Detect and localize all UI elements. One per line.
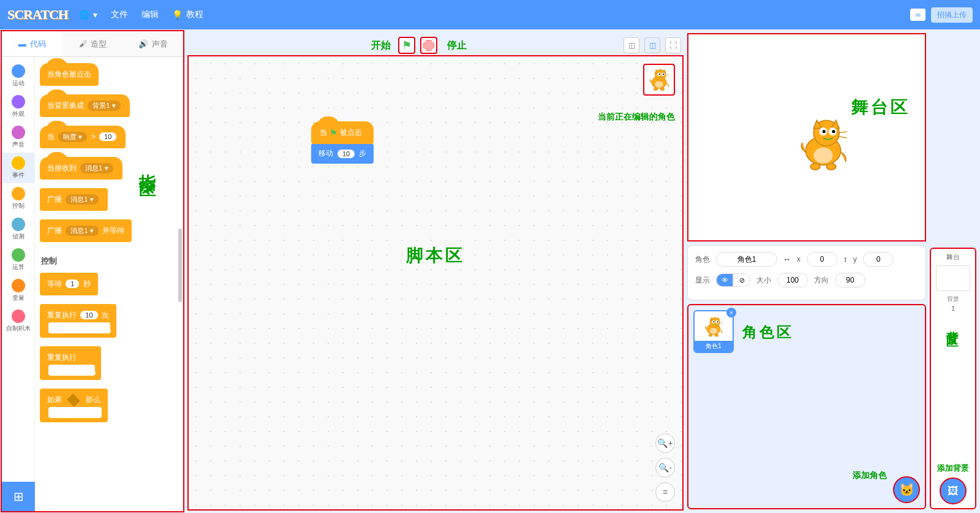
category-变量[interactable]: 变量 xyxy=(2,275,34,306)
direction-input[interactable] xyxy=(835,273,865,287)
y-icon: ↕ xyxy=(843,255,847,264)
input-pill[interactable]: 10 xyxy=(337,150,355,158)
category-label: 侦测 xyxy=(12,232,24,241)
stage-small-button[interactable]: ◫ xyxy=(624,37,639,53)
annotation-stage-area: 舞台区 xyxy=(851,96,910,119)
dropdown[interactable]: 消息1 ▾ xyxy=(66,226,98,236)
category-运算[interactable]: 运算 xyxy=(2,245,34,275)
edit-menu[interactable]: 编辑 xyxy=(141,9,159,20)
x-input[interactable] xyxy=(807,252,837,267)
tab-sounds[interactable]: 🔊声音 xyxy=(123,31,183,56)
blocks-palette[interactable]: 当角色被点击 当背景换成 背景1 ▾ 当 响度 ▾ > 10 当接收到 消息1 … xyxy=(35,57,183,511)
input-pill[interactable]: 10 xyxy=(80,311,97,319)
block-label: 重复执行 xyxy=(47,311,77,319)
add-backdrop-button[interactable]: 🖼 xyxy=(940,477,967,504)
block-when-flag-clicked[interactable]: 当 ⚑ 被点击 xyxy=(311,121,374,144)
hex-slot[interactable] xyxy=(67,393,80,407)
stop-icon xyxy=(423,40,434,51)
add-extension-button[interactable]: ⊞ xyxy=(2,482,35,511)
tutorials-menu[interactable]: 💡 教程 xyxy=(172,9,203,20)
stage-large-button[interactable]: ◫ xyxy=(644,37,660,53)
input-pill[interactable]: 10 xyxy=(99,132,116,141)
block-broadcast[interactable]: 广播 消息1 ▾ xyxy=(40,188,108,211)
stop-button[interactable] xyxy=(420,37,437,54)
category-dot xyxy=(12,126,25,139)
block-broadcast-wait[interactable]: 广播 消息1 ▾ 并等待 xyxy=(40,219,132,242)
category-事件[interactable]: 事件 xyxy=(2,153,34,183)
cloud-button[interactable]: ∞ xyxy=(910,8,926,21)
block-repeat[interactable]: 重复执行 10 次↻ xyxy=(40,304,116,338)
dropdown[interactable]: 响度 ▾ xyxy=(58,132,87,142)
input-pill[interactable]: 1 xyxy=(66,279,79,288)
category-dot xyxy=(12,248,25,262)
block-label: 移动 xyxy=(318,148,333,159)
category-侦测[interactable]: 侦测 xyxy=(2,214,34,245)
category-label: 运算 xyxy=(12,263,24,272)
upload-button[interactable]: 招搞上传 xyxy=(931,7,973,23)
dropdown[interactable]: 消息1 ▾ xyxy=(80,163,113,173)
block-wait[interactable]: 等待 1 秒 xyxy=(40,273,98,295)
editor-tabs: ▬代码 🖌造型 🔊声音 xyxy=(2,31,183,57)
sprite-card-name: 角色1 xyxy=(695,341,733,352)
language-menu[interactable]: 🌐 ▾ xyxy=(79,10,97,20)
category-自制积木[interactable]: 自制积木 xyxy=(2,306,34,336)
stage-thumbnail[interactable] xyxy=(936,265,970,291)
stage[interactable]: 舞台区 xyxy=(687,33,926,241)
block-label: 当 xyxy=(320,127,327,138)
dropdown[interactable]: 消息1 ▾ xyxy=(66,194,98,205)
tab-costumes-label: 造型 xyxy=(91,39,107,50)
stage-panel: 舞台 背景 1 背景区 添加背景 🖼 xyxy=(930,248,976,509)
show-label: 显示 xyxy=(695,275,710,286)
hide-button[interactable]: ⊘ xyxy=(733,273,750,287)
block-when-sprite-clicked[interactable]: 当角色被点击 xyxy=(40,63,99,86)
category-声音[interactable]: 声音 xyxy=(2,122,34,153)
add-sprite-button[interactable]: 🐱 xyxy=(893,476,920,503)
block-label2: 那么 xyxy=(86,395,100,404)
zoom-reset-button[interactable]: = xyxy=(655,482,675,502)
category-title-control: 控制 xyxy=(41,256,178,267)
block-if-then[interactable]: 如果 那么 xyxy=(40,389,108,422)
y-input[interactable] xyxy=(863,252,894,267)
sprite-name-input[interactable] xyxy=(716,252,777,267)
unit: 次 xyxy=(102,311,109,319)
show-button[interactable]: 👁 xyxy=(716,273,733,287)
category-dot xyxy=(12,310,25,323)
right-panel: 舞台区 角色 ↔ x ↕ y 显示 👁 ⊘ xyxy=(686,29,980,513)
block-forever[interactable]: 重复执行↻ xyxy=(40,346,101,380)
green-flag-button[interactable]: ⚑ xyxy=(398,37,415,54)
zoom-out-button[interactable]: 🔍- xyxy=(655,458,675,477)
size-label: 大小 xyxy=(756,275,771,286)
x-label: x xyxy=(797,255,801,264)
block-when-loudness[interactable]: 当 响度 ▾ > 10 xyxy=(40,126,126,148)
annotation-script-area: 脚本区 xyxy=(406,244,465,267)
sprite-card[interactable]: × 角色1 xyxy=(693,310,734,353)
size-input[interactable] xyxy=(777,273,808,287)
stage-full-button[interactable]: ⛶ xyxy=(665,37,681,53)
script-area-wrapper: 开始 ⚑ 停止 ◫ ◫ ⛶ 当前正在编辑的角色 当 ⚑ 被点击 移动 xyxy=(187,33,684,511)
block-label: 重复执行 xyxy=(47,353,77,362)
annotation-instruction-area: 指令区 xyxy=(135,160,159,171)
script-canvas[interactable]: 当前正在编辑的角色 当 ⚑ 被点击 移动 10 步 脚本区 🔍+ 🔍- = xyxy=(187,55,684,511)
stage-sprite-cat[interactable] xyxy=(791,112,855,179)
category-label: 外观 xyxy=(12,110,24,118)
category-外观[interactable]: 外观 xyxy=(2,91,34,122)
block-label: 当接收到 xyxy=(47,164,77,172)
zoom-in-button[interactable]: 🔍+ xyxy=(655,433,675,453)
scrollbar[interactable] xyxy=(178,229,182,302)
category-dot xyxy=(12,95,25,108)
dropdown[interactable]: 背景1 ▾ xyxy=(88,101,120,111)
block-when-receive[interactable]: 当接收到 消息1 ▾ xyxy=(40,157,123,180)
script-stack[interactable]: 当 ⚑ 被点击 移动 10 步 xyxy=(311,121,374,164)
tab-costumes[interactable]: 🖌造型 xyxy=(62,31,123,56)
category-运动[interactable]: 运动 xyxy=(2,61,34,91)
block-move-steps[interactable]: 移动 10 步 xyxy=(311,143,374,164)
block-label: 如果 xyxy=(47,395,62,404)
tab-code-label: 代码 xyxy=(30,39,46,50)
sprite-list: × 角色1 角色区 添加角色 🐱 xyxy=(687,304,926,509)
delete-sprite-button[interactable]: × xyxy=(726,308,736,317)
file-menu[interactable]: 文件 xyxy=(111,9,128,20)
tab-code[interactable]: ▬代码 xyxy=(2,31,62,56)
block-when-backdrop-switches[interactable]: 当背景换成 背景1 ▾ xyxy=(40,94,130,117)
category-控制[interactable]: 控制 xyxy=(2,183,34,214)
block-label2: 被点击 xyxy=(340,127,362,138)
